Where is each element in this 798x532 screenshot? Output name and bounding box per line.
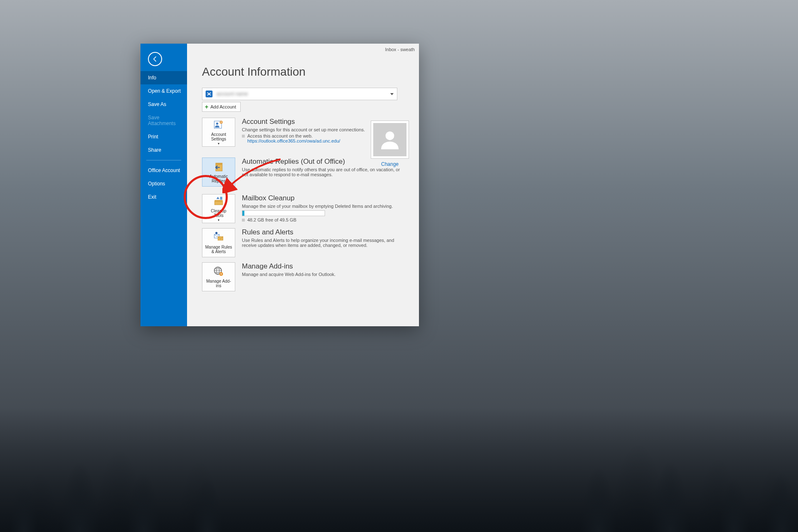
addins-icon (213, 266, 224, 277)
mailbox-quota-text: 48.2 GB free of 49.5 GB (247, 217, 296, 222)
automatic-replies-desc: Use automatic replies to notify others t… (242, 167, 406, 177)
svg-point-3 (216, 123, 218, 125)
account-settings-bullet: Access this account on the web. (247, 133, 313, 138)
automatic-replies-button-label: Automatic Replies (209, 174, 228, 184)
manage-rules-button-label: Manage Rules & Alerts (205, 245, 232, 254)
svg-point-12 (215, 232, 217, 234)
mailbox-cleanup-desc: Manage the size of your mailbox by empty… (242, 204, 406, 209)
automatic-replies-button[interactable]: Automatic Replies (202, 158, 235, 187)
arrow-left-icon (152, 56, 158, 62)
add-account-button[interactable]: + Add Account (202, 102, 241, 112)
avatar-frame (371, 121, 409, 159)
sidebar-item-save-attachments: Save Attachments (140, 111, 187, 130)
owa-link[interactable]: https://outlook.office365.com/owa/ad.unc… (247, 138, 340, 143)
mailbox-cleanup-title: Mailbox Cleanup (242, 194, 406, 202)
account-settings-button[interactable]: Account Settings ▾ (202, 118, 235, 147)
manage-addins-button-label: Manage Add- ins (206, 279, 231, 288)
window-title: Inbox - sweath (385, 47, 415, 52)
sidebar-item-print[interactable]: Print (140, 130, 187, 143)
cleanup-tools-button-label: Cleanup Tools (211, 209, 226, 218)
sidebar-item-options[interactable]: Options (140, 177, 187, 190)
sidebar-item-save-as[interactable]: Save As (140, 98, 187, 111)
svg-rect-6 (216, 163, 222, 165)
page-title: Account Information (202, 65, 419, 79)
exchange-icon (205, 90, 213, 98)
sidebar-item-office-account[interactable]: Office Account (140, 164, 187, 177)
account-settings-button-label: Account Settings (211, 132, 226, 142)
manage-addins-title: Manage Add-ins (242, 262, 406, 271)
sidebar-item-exit[interactable]: Exit (140, 190, 187, 204)
manage-addins-desc: Manage and acquire Web Add-ins for Outlo… (242, 272, 406, 277)
sidebar-item-share[interactable]: Share (140, 143, 187, 157)
svg-rect-9 (220, 197, 222, 200)
bullet-icon (242, 219, 245, 222)
chevron-down-icon (390, 93, 394, 95)
mailbox-quota-bar (242, 210, 325, 216)
plus-icon: + (205, 103, 208, 110)
mailbox-quota-fill (242, 211, 244, 216)
change-avatar-link[interactable]: Change (371, 161, 409, 167)
avatar-placeholder-icon (373, 123, 406, 156)
rules-alerts-title: Rules and Alerts (242, 228, 406, 236)
automatic-replies-icon (213, 161, 224, 172)
chevron-down-icon: ▾ (218, 142, 219, 145)
account-selector-dropdown[interactable]: account name (202, 88, 397, 100)
outlook-backstage-window: Info Open & Export Save As Save Attachme… (140, 44, 419, 326)
account-name-blurred: account name (217, 91, 394, 97)
svg-rect-7 (214, 201, 222, 205)
svg-point-1 (386, 131, 394, 140)
bullet-icon (242, 135, 245, 138)
manage-addins-button[interactable]: Manage Add- ins (202, 262, 235, 291)
sidebar-separator (146, 160, 181, 160)
svg-rect-8 (214, 200, 222, 202)
backstage-content: Inbox - sweath Account Information accou… (187, 44, 419, 326)
rules-alerts-desc: Use Rules and Alerts to help organize yo… (242, 238, 406, 248)
add-account-label: Add Account (210, 104, 236, 109)
cleanup-tools-button[interactable]: Cleanup Tools ▾ (202, 194, 235, 223)
account-avatar-block: Change (371, 121, 409, 167)
chevron-down-icon: ▾ (218, 218, 219, 222)
backstage-sidebar: Info Open & Export Save As Save Attachme… (140, 44, 187, 326)
wallpaper-forest-front (0, 324, 798, 532)
manage-rules-button[interactable]: Manage Rules & Alerts (202, 228, 235, 257)
sidebar-item-open-export[interactable]: Open & Export (140, 84, 187, 98)
sidebar-item-info[interactable]: Info (140, 71, 187, 84)
back-button[interactable] (148, 52, 162, 66)
account-settings-icon (213, 119, 224, 131)
cleanup-tools-icon (213, 195, 224, 207)
rules-alerts-icon (213, 232, 224, 243)
